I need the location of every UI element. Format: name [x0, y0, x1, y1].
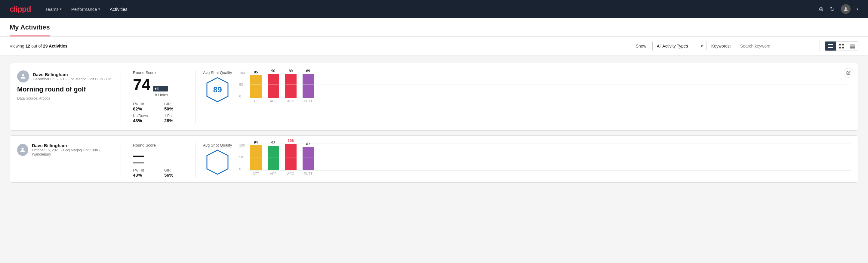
- data-source-1: Data Source: Arccos: [17, 96, 114, 100]
- bar-putt-2: 87: [303, 142, 314, 170]
- holes-label-1: 18 Holes: [153, 93, 168, 97]
- viewing-label: Viewing: [10, 43, 24, 49]
- performance-chevron-icon: ▾: [98, 7, 100, 11]
- user-avatar-button[interactable]: [841, 4, 850, 14]
- y-axis-1: 100 50 0: [239, 71, 245, 98]
- mini-stats-2: FW Hit 43% GIR 56%: [133, 168, 188, 178]
- gir-label-1: GIR: [164, 102, 188, 106]
- activity-title-1: Morning round of golf: [17, 85, 114, 93]
- hexagon-2: [204, 149, 231, 176]
- view-toggle: [825, 41, 858, 51]
- bar-chart-2: 100 50 0 94 92: [239, 144, 851, 175]
- avatar-1: [17, 70, 29, 83]
- xlabel-ott-2: OTT: [250, 172, 262, 175]
- bar-chart-1: 100 50 0 85 90: [239, 71, 851, 103]
- xlabel-app-1: APP: [268, 99, 279, 103]
- svg-rect-5: [842, 43, 844, 46]
- bar-rect-putt-1: [303, 74, 314, 98]
- bar-rect-arg-1: [285, 74, 297, 98]
- svg-rect-2: [828, 46, 833, 46]
- svg-rect-7: [842, 47, 844, 49]
- nav-teams-label: Teams: [45, 7, 59, 12]
- xlabel-putt-1: PUTT: [303, 99, 314, 103]
- bar-value-app-2: 92: [271, 141, 275, 145]
- activity-type-select[interactable]: All Activity Types: [652, 41, 707, 51]
- chart-bars-1: 100 50 0 85 90: [239, 71, 851, 98]
- svg-rect-1: [828, 44, 833, 45]
- divider-3: [121, 143, 121, 178]
- bar-arg-1: 89: [285, 69, 297, 98]
- svg-rect-9: [850, 45, 855, 46]
- quality-section-2: Avg Shot Quality: [203, 143, 232, 176]
- bar-ott-1: 85: [250, 70, 262, 98]
- chart-x-labels-2: OTT APP ARG PUTT: [239, 172, 851, 175]
- svg-point-13: [22, 74, 24, 77]
- hexagon-svg-2: [204, 149, 231, 176]
- user-name-2: Dave Billingham: [32, 143, 114, 148]
- bar-value-arg-2: 106: [288, 139, 294, 143]
- viewing-text: Viewing 12 out of 29 Activities: [10, 43, 631, 49]
- gir-group-1: GIR 50%: [164, 102, 188, 111]
- card-left-1: Dave Billingham December 05, 2021 - Gog …: [17, 70, 114, 100]
- fw-hit-group-2: FW Hit 43%: [133, 168, 157, 178]
- nav-performance[interactable]: Performance ▾: [71, 4, 100, 14]
- list-compact-icon: [850, 43, 855, 49]
- avatar-icon-1: [20, 73, 27, 80]
- svg-point-0: [845, 7, 847, 9]
- activities-list: Dave Billingham December 05, 2021 - Gog …: [0, 56, 868, 190]
- refresh-icon[interactable]: ↻: [830, 5, 835, 12]
- search-input[interactable]: [736, 41, 820, 51]
- page-title: My Activities: [10, 24, 50, 36]
- viewing-suffix: Activities: [49, 43, 67, 49]
- grid-icon: [839, 43, 844, 49]
- view-list-lines-button[interactable]: [825, 41, 836, 51]
- bar-rect-putt-2: [303, 147, 314, 170]
- fw-hit-label-1: FW Hit: [133, 102, 157, 106]
- activity-card-2: Dave Billingham October 16, 2021 - Gog M…: [10, 136, 858, 183]
- nav-right: ⊕ ↻ ▾: [819, 4, 858, 14]
- add-icon[interactable]: ⊕: [819, 5, 824, 12]
- oneputt-value-1: 28%: [164, 118, 188, 123]
- bar-app-1: 90: [268, 69, 279, 98]
- viewing-count: 12: [26, 43, 30, 49]
- oneputt-group-1: 1 Putt 28%: [164, 114, 188, 123]
- teams-chevron-icon: ▾: [60, 7, 62, 11]
- hexagon-1: 89: [204, 76, 231, 103]
- score-badge-1: +4: [153, 86, 168, 91]
- mini-stats-1: FW Hit 62% GIR 50% Up/Down 43% 1 Putt 28…: [133, 102, 188, 123]
- xlabel-arg-1: ARG: [285, 99, 297, 103]
- view-grid-button[interactable]: [836, 41, 847, 51]
- activity-type-wrapper: All Activity Types: [652, 41, 707, 51]
- fw-hit-value-1: 62%: [133, 106, 157, 111]
- svg-marker-16: [207, 150, 228, 174]
- bar-putt-1: 89: [303, 69, 314, 98]
- nav-activities[interactable]: Activities: [110, 4, 127, 14]
- hex-value-1: 89: [213, 85, 222, 94]
- nav-teams[interactable]: Teams ▾: [45, 4, 62, 14]
- user-icon: [843, 6, 848, 12]
- gir-value-2: 56%: [164, 172, 188, 178]
- bar-rect-app-1: [268, 74, 279, 98]
- card-quality-2: Avg Shot Quality 100 50 0: [203, 143, 851, 176]
- bar-rect-ott-1: [250, 75, 262, 98]
- svg-rect-11: [850, 47, 855, 48]
- card-stats-2: Round Score — FW Hit 43% GIR 56%: [128, 143, 188, 178]
- score-row-1: 74 +4 18 Holes: [133, 77, 188, 97]
- view-list-compact-button[interactable]: [847, 41, 858, 51]
- avatar-2: [17, 144, 28, 156]
- gridline-mid-1: [248, 85, 851, 85]
- round-score-label-2: Round Score: [133, 143, 188, 147]
- gridline-top-1: [248, 71, 851, 71]
- fw-hit-label-2: FW Hit: [133, 168, 157, 172]
- activity-card-1: Dave Billingham December 05, 2021 - Gog …: [10, 63, 858, 130]
- bar-ott-2: 94: [250, 140, 262, 171]
- viewing-out-of: out of: [31, 43, 42, 49]
- updown-value-1: 43%: [133, 118, 157, 123]
- keywords-label: Keywords:: [711, 43, 731, 49]
- logo[interactable]: clippd: [10, 4, 31, 14]
- xlabel-putt-2: PUTT: [303, 172, 314, 175]
- oneputt-label-1: 1 Putt: [164, 114, 188, 118]
- card-left-2: Dave Billingham October 16, 2021 - Gog M…: [17, 143, 114, 159]
- chart-x-labels-1: OTT APP ARG PUTT: [239, 99, 851, 103]
- user-info-2: Dave Billingham October 16, 2021 - Gog M…: [32, 143, 114, 156]
